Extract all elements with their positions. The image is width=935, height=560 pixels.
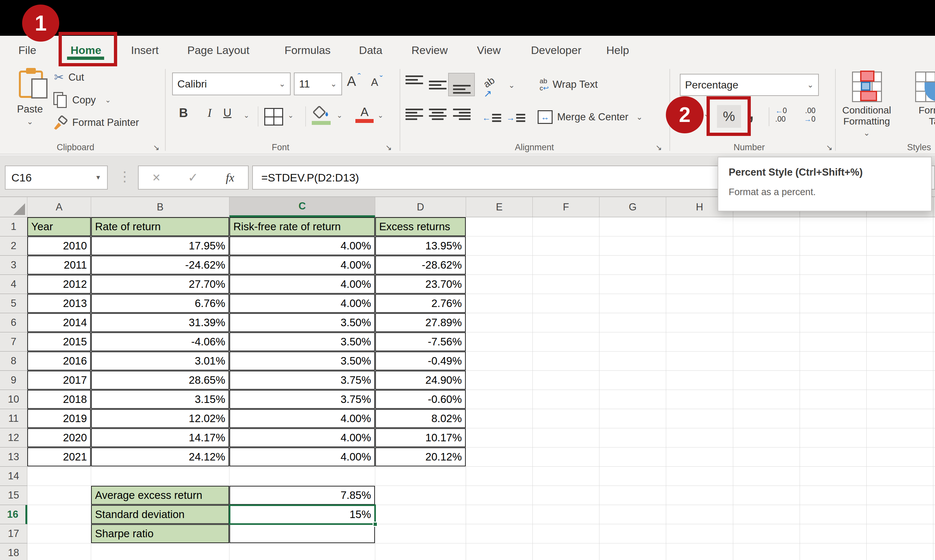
cell-C16[interactable]: 15% xyxy=(230,505,375,524)
cell-A14[interactable] xyxy=(27,467,91,486)
cell-B4[interactable]: 27.70% xyxy=(91,275,230,294)
cell-F14[interactable] xyxy=(533,467,599,486)
cell-H11[interactable] xyxy=(666,409,733,428)
merge-center-button[interactable]: ↔ Merge & Center ⌄ xyxy=(538,109,643,126)
row-header-12[interactable]: 12 xyxy=(0,428,27,448)
cell-L15[interactable] xyxy=(933,486,935,505)
italic-button[interactable]: I xyxy=(208,106,211,120)
row-header-14[interactable]: 14 xyxy=(0,467,27,486)
cell-I4[interactable] xyxy=(733,275,800,294)
cell-L10[interactable] xyxy=(933,390,935,409)
cell-B9[interactable]: 28.65% xyxy=(91,371,230,390)
cell-A16[interactable] xyxy=(27,505,91,524)
cell-E10[interactable] xyxy=(466,390,533,409)
cell-G12[interactable] xyxy=(599,428,666,448)
format-painter-button[interactable]: Format Painter xyxy=(53,114,139,131)
cell-A12[interactable]: 2020 xyxy=(27,428,91,448)
cell-F1[interactable] xyxy=(533,217,599,237)
tab-help[interactable]: Help xyxy=(606,37,629,64)
cell-A2[interactable]: 2010 xyxy=(27,237,91,255)
cell-L14[interactable] xyxy=(933,467,935,486)
cell-K8[interactable] xyxy=(867,352,933,371)
cell-K17[interactable] xyxy=(867,524,933,543)
insert-function-button[interactable]: fx xyxy=(226,171,235,185)
cell-F17[interactable] xyxy=(533,524,599,543)
align-right-button[interactable] xyxy=(453,109,471,128)
cell-K6[interactable] xyxy=(867,313,933,332)
tab-developer[interactable]: Developer xyxy=(531,37,582,64)
cell-C4[interactable]: 4.00% xyxy=(230,275,375,294)
row-header-9[interactable]: 9 xyxy=(0,371,27,390)
cell-I3[interactable] xyxy=(733,255,800,275)
row-header-11[interactable]: 11 xyxy=(0,409,27,428)
cell-H5[interactable] xyxy=(666,294,733,313)
tab-review[interactable]: Review xyxy=(411,37,447,64)
cell-F11[interactable] xyxy=(533,409,599,428)
cell-I1[interactable] xyxy=(733,217,800,237)
name-box[interactable]: C16 ▼ xyxy=(5,166,108,189)
cell-G5[interactable] xyxy=(599,294,666,313)
orientation-button[interactable]: ab ↗ xyxy=(484,77,503,95)
decrease-indent-button[interactable]: ← xyxy=(482,109,501,127)
cell-B3[interactable]: -24.62% xyxy=(91,255,230,275)
cell-A15[interactable] xyxy=(27,486,91,505)
cell-J8[interactable] xyxy=(800,352,867,371)
format-as-table-button[interactable]: Format as Table xyxy=(911,105,935,127)
cell-C11[interactable]: 4.00% xyxy=(230,409,375,428)
cell-J7[interactable] xyxy=(800,332,867,352)
orientation-chevron-icon[interactable]: ⌄ xyxy=(508,81,515,89)
cell-C9[interactable]: 3.75% xyxy=(230,371,375,390)
cell-H15[interactable] xyxy=(666,486,733,505)
cell-F9[interactable] xyxy=(533,371,599,390)
cell-L17[interactable] xyxy=(933,524,935,543)
cell-H7[interactable] xyxy=(666,332,733,352)
paste-chevron-icon[interactable]: ⌄ xyxy=(27,118,33,126)
cell-I7[interactable] xyxy=(733,332,800,352)
row-header-10[interactable]: 10 xyxy=(0,390,27,409)
cell-I15[interactable] xyxy=(733,486,800,505)
cell-B16[interactable]: Standard deviation xyxy=(91,505,230,524)
cell-G9[interactable] xyxy=(599,371,666,390)
column-header-B[interactable]: B xyxy=(91,197,230,217)
cell-A5[interactable]: 2013 xyxy=(27,294,91,313)
cell-B15[interactable]: Average excess return xyxy=(91,486,230,505)
cell-D12[interactable]: 10.17% xyxy=(375,428,466,448)
cell-K12[interactable] xyxy=(867,428,933,448)
increase-decimal-button[interactable]: ←0 .00 xyxy=(775,106,787,123)
cell-H1[interactable] xyxy=(666,217,733,237)
cell-G1[interactable] xyxy=(599,217,666,237)
cell-L16[interactable] xyxy=(933,505,935,524)
row-header-6[interactable]: 6 xyxy=(0,313,27,332)
tab-view[interactable]: View xyxy=(477,37,500,64)
cell-H17[interactable] xyxy=(666,524,733,543)
cell-J3[interactable] xyxy=(800,255,867,275)
cell-H6[interactable] xyxy=(666,313,733,332)
cell-E8[interactable] xyxy=(466,352,533,371)
cell-H10[interactable] xyxy=(666,390,733,409)
cell-E9[interactable] xyxy=(466,371,533,390)
cell-B7[interactable]: -4.06% xyxy=(91,332,230,352)
bottom-align-button[interactable] xyxy=(453,77,471,94)
cell-H9[interactable] xyxy=(666,371,733,390)
row-header-5[interactable]: 5 xyxy=(0,294,27,313)
cell-E6[interactable] xyxy=(466,313,533,332)
cell-C15[interactable]: 7.85% xyxy=(230,486,375,505)
cell-H2[interactable] xyxy=(666,237,733,255)
cell-G17[interactable] xyxy=(599,524,666,543)
cell-D18[interactable] xyxy=(375,543,466,560)
cell-H18[interactable] xyxy=(666,543,733,560)
cut-button[interactable]: ✂ Cut xyxy=(54,69,84,85)
cell-A3[interactable]: 2011 xyxy=(27,255,91,275)
cell-E11[interactable] xyxy=(466,409,533,428)
cell-L5[interactable] xyxy=(933,294,935,313)
tab-formulas[interactable]: Formulas xyxy=(284,37,331,64)
column-header-G[interactable]: G xyxy=(599,197,666,217)
cell-I9[interactable] xyxy=(733,371,800,390)
cell-I16[interactable] xyxy=(733,505,800,524)
cell-I12[interactable] xyxy=(733,428,800,448)
cancel-button[interactable]: × xyxy=(152,170,160,185)
borders-chevron-icon[interactable]: ⌄ xyxy=(288,112,293,119)
cell-E18[interactable] xyxy=(466,543,533,560)
cell-E13[interactable] xyxy=(466,448,533,467)
grow-font-button[interactable]: A ˆ xyxy=(347,74,361,89)
